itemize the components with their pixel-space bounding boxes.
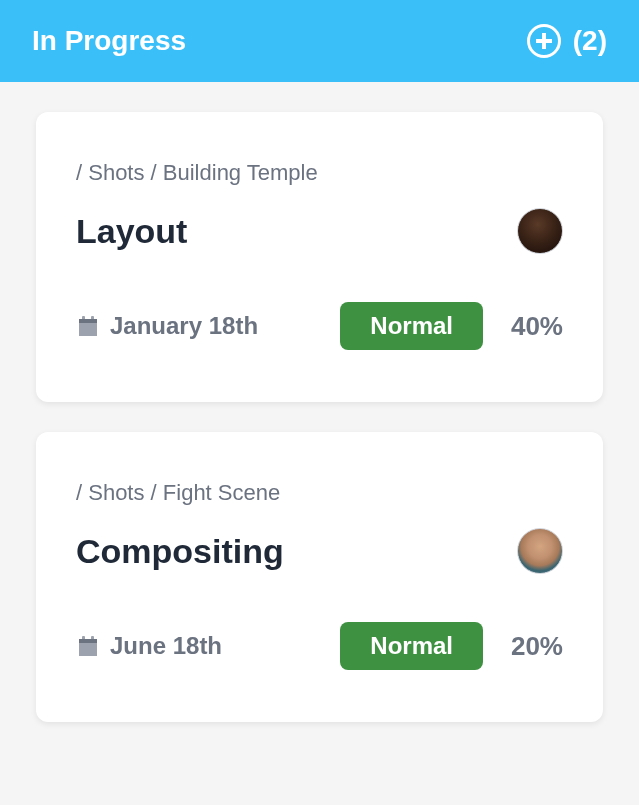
task-count: (2) xyxy=(573,25,607,57)
progress-percent: 40% xyxy=(503,311,563,342)
calendar-icon xyxy=(76,634,100,658)
calendar-icon xyxy=(76,314,100,338)
breadcrumb: / Shots / Building Temple xyxy=(76,160,563,186)
card-meta-row: June 18th Normal 20% xyxy=(76,622,563,670)
column-title: In Progress xyxy=(32,25,186,57)
progress-percent: 20% xyxy=(503,631,563,662)
svg-rect-1 xyxy=(79,323,97,336)
card-title-row: Layout xyxy=(76,208,563,254)
breadcrumb: / Shots / Fight Scene xyxy=(76,480,563,506)
column-header: In Progress (2) xyxy=(0,0,639,82)
date-section: June 18th xyxy=(76,632,222,660)
due-date: January 18th xyxy=(110,312,258,340)
task-title: Layout xyxy=(76,212,187,251)
priority-badge: Normal xyxy=(340,622,483,670)
svg-rect-6 xyxy=(79,643,97,656)
task-card[interactable]: / Shots / Building Temple Layout January… xyxy=(36,112,603,402)
card-title-row: Compositing xyxy=(76,528,563,574)
priority-badge: Normal xyxy=(340,302,483,350)
cards-container: / Shots / Building Temple Layout January… xyxy=(0,82,639,752)
due-date: June 18th xyxy=(110,632,222,660)
add-button[interactable] xyxy=(527,24,561,58)
svg-rect-9 xyxy=(79,639,97,643)
svg-rect-4 xyxy=(79,319,97,323)
date-section: January 18th xyxy=(76,312,258,340)
task-card[interactable]: / Shots / Fight Scene Compositing June 1… xyxy=(36,432,603,722)
avatar[interactable] xyxy=(517,208,563,254)
header-actions: (2) xyxy=(527,24,607,58)
card-meta-row: January 18th Normal 40% xyxy=(76,302,563,350)
avatar[interactable] xyxy=(517,528,563,574)
task-title: Compositing xyxy=(76,532,284,571)
